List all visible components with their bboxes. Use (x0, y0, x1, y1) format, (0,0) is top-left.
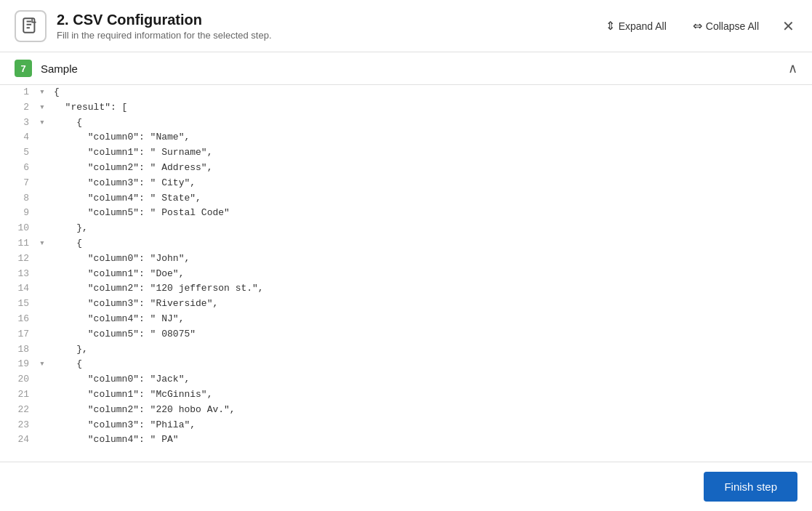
line-number: 21 (0, 387, 38, 403)
code-container: 1▾{2▾ "result": [3▾ {4 "column0": "Name"… (0, 85, 812, 462)
line-collapse-arrow (38, 403, 48, 418)
line-code: }, (48, 342, 812, 358)
line-number: 6 (0, 161, 38, 176)
table-row: 14 "column2": "120 jefferson st.", (0, 281, 812, 297)
collapse-all-button[interactable]: ⇔ Collapse All (687, 16, 765, 36)
line-collapse-arrow[interactable]: ▾ (38, 100, 48, 116)
line-number: 1 (0, 85, 38, 100)
line-collapse-arrow[interactable]: ▾ (38, 236, 48, 252)
line-code: "column5": " Postal Code" (48, 206, 812, 221)
line-number: 4 (0, 130, 38, 145)
line-number: 5 (0, 145, 38, 161)
line-collapse-arrow (38, 176, 48, 191)
table-row: 11▾ { (0, 236, 812, 252)
line-number: 14 (0, 281, 38, 297)
line-collapse-arrow (38, 312, 48, 327)
header: 2. CSV Configuration Fill in the require… (0, 0, 812, 52)
line-number: 19 (0, 357, 38, 372)
table-row: 1▾{ (0, 85, 812, 100)
close-button[interactable]: ✕ (779, 16, 797, 36)
line-code: "column4": " State", (48, 191, 812, 206)
line-number: 7 (0, 176, 38, 191)
line-code: "column2": " Address", (48, 161, 812, 176)
table-row: 8 "column4": " State", (0, 191, 812, 206)
line-code: "column1": "Doe", (48, 267, 812, 282)
expand-all-button[interactable]: ⇕ Expand All (600, 16, 672, 36)
section-badge: 7 (15, 60, 32, 77)
footer: Finish step (0, 462, 812, 511)
line-code: "column0": "John", (48, 252, 812, 267)
line-collapse-arrow[interactable]: ▾ (38, 116, 48, 131)
line-number: 11 (0, 236, 38, 252)
table-row: 19▾ { (0, 357, 812, 372)
line-number: 10 (0, 221, 38, 236)
table-row: 22 "column2": "220 hobo Av.", (0, 403, 812, 418)
line-number: 13 (0, 267, 38, 282)
line-collapse-arrow (38, 161, 48, 176)
line-number: 18 (0, 342, 38, 358)
code-scroll[interactable]: 1▾{2▾ "result": [3▾ {4 "column0": "Name"… (0, 85, 812, 462)
expand-all-icon: ⇕ (606, 19, 615, 33)
csv-icon (15, 10, 47, 42)
table-row: 13 "column1": "Doe", (0, 267, 812, 282)
line-code: "result": [ (48, 100, 812, 116)
table-row: 9 "column5": " Postal Code" (0, 206, 812, 221)
line-collapse-arrow (38, 221, 48, 236)
page-title: 2. CSV Configuration (57, 12, 600, 28)
line-code: "column3": "Phila", (48, 418, 812, 433)
section-title: Sample (41, 63, 788, 75)
svg-rect-0 (23, 18, 34, 32)
section-header: 7 Sample ∧ (0, 52, 812, 85)
line-collapse-arrow[interactable]: ▾ (38, 85, 48, 100)
line-number: 15 (0, 297, 38, 312)
line-code: "column0": "Name", (48, 130, 812, 145)
line-code: { (48, 357, 812, 372)
line-code: }, (48, 221, 812, 236)
line-number: 12 (0, 252, 38, 267)
line-code: { (48, 85, 812, 100)
table-row: 17 "column5": " 08075" (0, 327, 812, 342)
code-table: 1▾{2▾ "result": [3▾ {4 "column0": "Name"… (0, 85, 812, 448)
line-number: 8 (0, 191, 38, 206)
line-number: 17 (0, 327, 38, 342)
line-code: "column0": "Jack", (48, 372, 812, 387)
line-collapse-arrow (38, 206, 48, 221)
line-collapse-arrow (38, 387, 48, 403)
line-number: 2 (0, 100, 38, 116)
table-row: 21 "column1": "McGinnis", (0, 387, 812, 403)
line-code: "column4": " PA" (48, 432, 812, 448)
table-row: 6 "column2": " Address", (0, 161, 812, 176)
line-collapse-arrow[interactable]: ▾ (38, 357, 48, 372)
table-row: 24 "column4": " PA" (0, 432, 812, 448)
section-collapse-icon[interactable]: ∧ (788, 60, 797, 76)
line-code: "column4": " NJ", (48, 312, 812, 327)
table-row: 2▾ "result": [ (0, 100, 812, 116)
line-number: 9 (0, 206, 38, 221)
line-number: 22 (0, 403, 38, 418)
line-collapse-arrow (38, 281, 48, 297)
expand-all-label: Expand All (619, 20, 667, 32)
table-row: 23 "column3": "Phila", (0, 418, 812, 433)
line-number: 24 (0, 432, 38, 448)
line-collapse-arrow (38, 130, 48, 145)
header-text: 2. CSV Configuration Fill in the require… (57, 12, 600, 41)
line-collapse-arrow (38, 432, 48, 448)
table-row: 7 "column3": " City", (0, 176, 812, 191)
line-code: "column3": "Riverside", (48, 297, 812, 312)
line-code: { (48, 116, 812, 131)
table-row: 3▾ { (0, 116, 812, 131)
table-row: 15 "column3": "Riverside", (0, 297, 812, 312)
table-row: 16 "column4": " NJ", (0, 312, 812, 327)
line-code: "column2": "120 jefferson st.", (48, 281, 812, 297)
table-row: 10 }, (0, 221, 812, 236)
finish-step-button[interactable]: Finish step (704, 472, 797, 502)
line-collapse-arrow (38, 372, 48, 387)
table-row: 12 "column0": "John", (0, 252, 812, 267)
line-collapse-arrow (38, 145, 48, 161)
line-collapse-arrow (38, 191, 48, 206)
line-collapse-arrow (38, 342, 48, 358)
table-row: 20 "column0": "Jack", (0, 372, 812, 387)
table-row: 4 "column0": "Name", (0, 130, 812, 145)
line-code: "column2": "220 hobo Av.", (48, 403, 812, 418)
header-actions: ⇕ Expand All ⇔ Collapse All ✕ (600, 16, 797, 36)
